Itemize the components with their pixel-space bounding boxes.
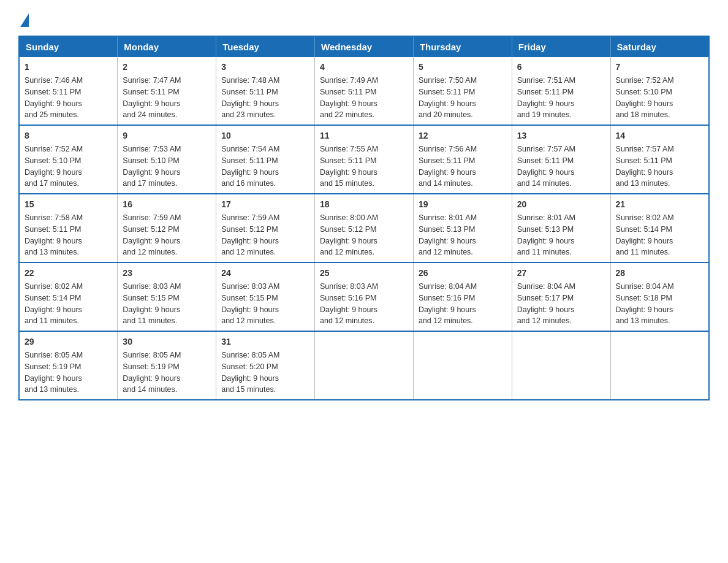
weekday-header-sunday: Sunday [19,36,118,57]
calendar-day-cell [315,331,414,400]
day-info: Sunrise: 8:05 AMSunset: 5:20 PMDaylight:… [221,351,279,394]
weekday-header-tuesday: Tuesday [216,36,315,57]
day-info: Sunrise: 8:03 AMSunset: 5:15 PMDaylight:… [221,282,279,325]
calendar-day-cell: 27 Sunrise: 8:04 AMSunset: 5:17 PMDaylig… [512,262,610,331]
calendar-day-cell: 1 Sunrise: 7:46 AMSunset: 5:11 PMDayligh… [19,57,118,125]
day-info: Sunrise: 7:49 AMSunset: 5:11 PMDaylight:… [320,76,378,119]
day-number: 17 [221,198,309,211]
day-number: 23 [123,267,211,280]
day-info: Sunrise: 8:03 AMSunset: 5:15 PMDaylight:… [123,282,181,325]
day-info: Sunrise: 7:52 AMSunset: 5:10 PMDaylight:… [616,76,674,119]
calendar-day-cell: 14 Sunrise: 7:57 AMSunset: 5:11 PMDaylig… [610,125,709,194]
day-info: Sunrise: 7:57 AMSunset: 5:11 PMDaylight:… [616,145,674,188]
page-header [18,12,710,26]
calendar-day-cell [512,331,610,400]
weekday-header-saturday: Saturday [610,36,709,57]
day-number: 19 [419,198,507,211]
day-info: Sunrise: 8:01 AMSunset: 5:13 PMDaylight:… [517,213,575,256]
day-number: 26 [419,267,507,280]
calendar-day-cell: 5 Sunrise: 7:50 AMSunset: 5:11 PMDayligh… [413,57,512,125]
calendar-day-cell: 17 Sunrise: 7:59 AMSunset: 5:12 PMDaylig… [216,194,315,262]
day-number: 5 [419,61,507,74]
day-info: Sunrise: 7:47 AMSunset: 5:11 PMDaylight:… [123,76,181,119]
day-number: 4 [320,61,408,74]
day-info: Sunrise: 8:00 AMSunset: 5:12 PMDaylight:… [320,213,378,256]
day-info: Sunrise: 8:04 AMSunset: 5:16 PMDaylight:… [419,282,477,325]
weekday-header-wednesday: Wednesday [315,36,414,57]
calendar-week-row: 15 Sunrise: 7:58 AMSunset: 5:11 PMDaylig… [19,194,709,262]
day-number: 31 [221,335,309,348]
calendar-day-cell: 15 Sunrise: 7:58 AMSunset: 5:11 PMDaylig… [19,194,118,262]
day-number: 21 [616,198,703,211]
calendar-day-cell: 9 Sunrise: 7:53 AMSunset: 5:10 PMDayligh… [118,125,216,194]
calendar-day-cell: 30 Sunrise: 8:05 AMSunset: 5:19 PMDaylig… [118,331,216,400]
day-number: 28 [616,267,703,280]
calendar-day-cell: 28 Sunrise: 8:04 AMSunset: 5:18 PMDaylig… [610,262,709,331]
calendar-day-cell: 26 Sunrise: 8:04 AMSunset: 5:16 PMDaylig… [413,262,512,331]
calendar-day-cell: 21 Sunrise: 8:02 AMSunset: 5:14 PMDaylig… [610,194,709,262]
day-info: Sunrise: 8:04 AMSunset: 5:18 PMDaylight:… [616,282,674,325]
calendar-day-cell: 13 Sunrise: 7:57 AMSunset: 5:11 PMDaylig… [512,125,610,194]
calendar-day-cell: 16 Sunrise: 7:59 AMSunset: 5:12 PMDaylig… [118,194,216,262]
calendar-day-cell: 20 Sunrise: 8:01 AMSunset: 5:13 PMDaylig… [512,194,610,262]
day-info: Sunrise: 7:51 AMSunset: 5:11 PMDaylight:… [517,76,575,119]
day-number: 25 [320,267,408,280]
calendar-week-row: 22 Sunrise: 8:02 AMSunset: 5:14 PMDaylig… [19,262,709,331]
day-info: Sunrise: 7:53 AMSunset: 5:10 PMDaylight:… [123,145,181,188]
day-number: 13 [517,129,605,142]
logo [18,12,31,26]
calendar-day-cell: 2 Sunrise: 7:47 AMSunset: 5:11 PMDayligh… [118,57,216,125]
day-number: 6 [517,61,605,74]
weekday-header-monday: Monday [118,36,216,57]
logo-triangle-icon [20,13,29,27]
calendar-week-row: 29 Sunrise: 8:05 AMSunset: 5:19 PMDaylig… [19,331,709,400]
calendar-day-cell: 31 Sunrise: 8:05 AMSunset: 5:20 PMDaylig… [216,331,315,400]
calendar-day-cell: 24 Sunrise: 8:03 AMSunset: 5:15 PMDaylig… [216,262,315,331]
day-number: 30 [123,335,211,348]
calendar-week-row: 1 Sunrise: 7:46 AMSunset: 5:11 PMDayligh… [19,57,709,125]
calendar-day-cell: 4 Sunrise: 7:49 AMSunset: 5:11 PMDayligh… [315,57,414,125]
day-info: Sunrise: 8:01 AMSunset: 5:13 PMDaylight:… [419,213,477,256]
calendar-table: SundayMondayTuesdayWednesdayThursdayFrid… [18,36,710,400]
day-number: 15 [25,198,112,211]
calendar-day-cell: 19 Sunrise: 8:01 AMSunset: 5:13 PMDaylig… [413,194,512,262]
calendar-day-cell [413,331,512,400]
day-info: Sunrise: 7:48 AMSunset: 5:11 PMDaylight:… [221,76,279,119]
calendar-day-cell: 22 Sunrise: 8:02 AMSunset: 5:14 PMDaylig… [19,262,118,331]
calendar-day-cell: 18 Sunrise: 8:00 AMSunset: 5:12 PMDaylig… [315,194,414,262]
day-info: Sunrise: 8:02 AMSunset: 5:14 PMDaylight:… [25,282,83,325]
day-number: 10 [221,129,309,142]
calendar-day-cell: 10 Sunrise: 7:54 AMSunset: 5:11 PMDaylig… [216,125,315,194]
day-info: Sunrise: 8:04 AMSunset: 5:17 PMDaylight:… [517,282,575,325]
day-number: 18 [320,198,408,211]
calendar-day-cell: 12 Sunrise: 7:56 AMSunset: 5:11 PMDaylig… [413,125,512,194]
day-number: 16 [123,198,211,211]
weekday-header-friday: Friday [512,36,610,57]
day-info: Sunrise: 7:59 AMSunset: 5:12 PMDaylight:… [221,213,279,256]
calendar-day-cell: 8 Sunrise: 7:52 AMSunset: 5:10 PMDayligh… [19,125,118,194]
day-info: Sunrise: 8:05 AMSunset: 5:19 PMDaylight:… [25,351,83,394]
day-number: 11 [320,129,408,142]
day-number: 2 [123,61,211,74]
day-info: Sunrise: 7:56 AMSunset: 5:11 PMDaylight:… [419,145,477,188]
day-number: 8 [25,129,112,142]
calendar-day-cell: 3 Sunrise: 7:48 AMSunset: 5:11 PMDayligh… [216,57,315,125]
day-number: 27 [517,267,605,280]
day-number: 29 [25,335,112,348]
weekday-header-thursday: Thursday [413,36,512,57]
calendar-day-cell: 6 Sunrise: 7:51 AMSunset: 5:11 PMDayligh… [512,57,610,125]
day-info: Sunrise: 7:54 AMSunset: 5:11 PMDaylight:… [221,145,279,188]
day-number: 12 [419,129,507,142]
calendar-day-cell [610,331,709,400]
day-number: 14 [616,129,703,142]
day-info: Sunrise: 7:50 AMSunset: 5:11 PMDaylight:… [419,76,477,119]
day-info: Sunrise: 8:03 AMSunset: 5:16 PMDaylight:… [320,282,378,325]
day-info: Sunrise: 7:57 AMSunset: 5:11 PMDaylight:… [517,145,575,188]
day-info: Sunrise: 7:55 AMSunset: 5:11 PMDaylight:… [320,145,378,188]
calendar-day-cell: 7 Sunrise: 7:52 AMSunset: 5:10 PMDayligh… [610,57,709,125]
calendar-day-cell: 11 Sunrise: 7:55 AMSunset: 5:11 PMDaylig… [315,125,414,194]
day-info: Sunrise: 8:02 AMSunset: 5:14 PMDaylight:… [616,213,674,256]
calendar-week-row: 8 Sunrise: 7:52 AMSunset: 5:10 PMDayligh… [19,125,709,194]
day-number: 1 [25,61,112,74]
calendar-day-cell: 23 Sunrise: 8:03 AMSunset: 5:15 PMDaylig… [118,262,216,331]
